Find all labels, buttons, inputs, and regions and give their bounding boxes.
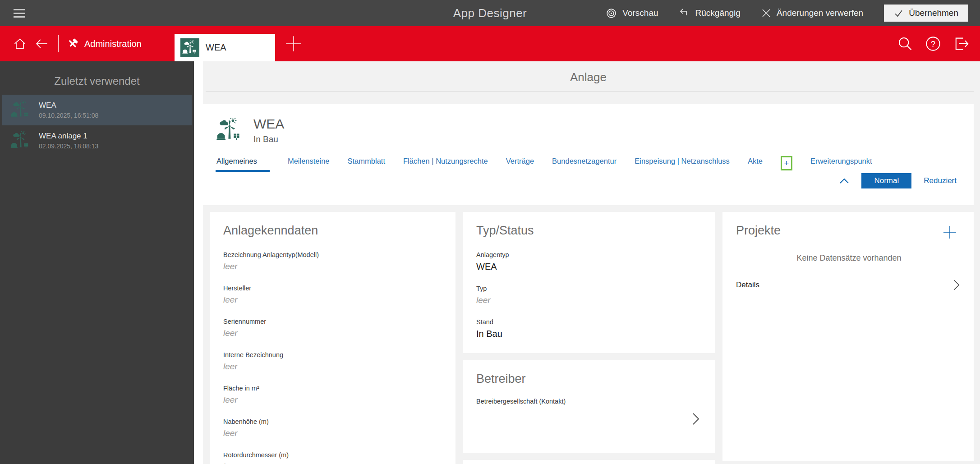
preview-icon xyxy=(606,8,617,19)
menu-icon[interactable] xyxy=(14,9,25,18)
record-header-panel: WEA In Bau Allgemeines Meilensteine Stam… xyxy=(203,104,974,205)
administration-app-button[interactable]: Administration xyxy=(67,38,142,50)
card-typ-status: Typ/Status Anlagentyp WEA Typ leer xyxy=(463,212,715,353)
recently-used-sidebar: Zuletzt verwendet WEA 09.10.2025, 16:51:… xyxy=(0,61,194,464)
field-hersteller: Hersteller leer xyxy=(223,285,444,305)
card-partial xyxy=(463,460,715,464)
tab-vertraege[interactable]: Verträge xyxy=(506,157,534,165)
title-divider xyxy=(206,91,974,92)
main-content: Anlage WEA In Bau Allgemeines Meilenstei… xyxy=(194,61,980,464)
card-projekte: Projekte Keine Datensätze vorhanden Deta… xyxy=(722,212,974,461)
page-title: Anlage xyxy=(203,70,974,84)
tab-meilensteine[interactable]: Meilensteine xyxy=(288,157,330,165)
field-seriennummer: Seriennummer leer xyxy=(223,318,444,338)
wea-renewable-icon xyxy=(180,38,199,57)
wea-renewable-icon xyxy=(10,100,31,120)
empty-state-text: Keine Datensätze vorhanden xyxy=(736,253,962,263)
app-designer-window: App Designer Vorschau Rückgängig xyxy=(0,0,980,464)
tab-einspeisung-netzanschluss[interactable]: Einspeisung | Netzanschluss xyxy=(635,157,730,165)
field-typ: Typ leer xyxy=(476,285,704,305)
record-status: In Bau xyxy=(253,134,284,144)
view-normal-button[interactable]: Normal xyxy=(861,173,911,188)
tab-erweiterungspunkt[interactable]: Erweiterungspunkt xyxy=(810,157,872,165)
tab-flaechen-nutzungsrechte[interactable]: Flächen | Nutzungsrechte xyxy=(403,157,488,165)
card-betreiber: Betreiber Betreibergesellschaft (Kontakt… xyxy=(463,360,715,453)
home-button[interactable] xyxy=(13,37,27,51)
add-project-icon[interactable] xyxy=(942,225,957,240)
tab-stammblatt[interactable]: Stammblatt xyxy=(348,157,385,165)
check-icon xyxy=(894,9,903,18)
record-title: WEA xyxy=(253,116,284,132)
wea-renewable-icon xyxy=(10,130,31,151)
logout-icon[interactable] xyxy=(953,36,969,52)
preview-button[interactable]: Vorschau xyxy=(606,8,658,19)
apply-button[interactable]: Übernehmen xyxy=(884,5,968,22)
undo-button[interactable]: Rückgängig xyxy=(679,8,741,18)
wea-renewable-icon xyxy=(216,117,243,144)
field-bezeichnung-anlagentyp: Bezeichnung Anlagentyp(Modell) leer xyxy=(223,251,444,271)
field-nabenhoehe: Nabenhöhe (m) leer xyxy=(223,418,444,438)
svg-text:?: ? xyxy=(931,40,935,49)
toolbar-actions: Vorschau Rückgängig Änderungen verwerfen xyxy=(606,5,968,22)
main-navbar: Administration WEA ? xyxy=(0,26,980,61)
dashboard-cards: Anlagekenndaten Bezeichnung Anlagentyp(M… xyxy=(210,212,974,464)
tools-icon xyxy=(67,38,78,50)
view-reduziert-button[interactable]: Reduziert xyxy=(924,176,957,185)
view-mode-row: Normal Reduziert xyxy=(216,173,965,188)
undo-icon xyxy=(679,8,690,18)
designer-toolbar: App Designer Vorschau Rückgängig xyxy=(0,0,980,26)
timestamp: 02.09.2025, 18:08:13 xyxy=(39,142,98,150)
back-button[interactable] xyxy=(34,37,49,51)
field-flaeche: Fläche in m² leer xyxy=(223,385,444,405)
card-anlagekenndaten: Anlagekenndaten Bezeichnung Anlagentyp(M… xyxy=(210,212,455,464)
tab-akte[interactable]: Akte xyxy=(748,157,763,165)
navbar-right-icons: ? xyxy=(897,36,980,52)
tab-allgemeines[interactable]: Allgemeines xyxy=(216,157,270,172)
add-section-button[interactable]: + xyxy=(781,156,792,170)
tab-bundesnetzagentur[interactable]: Bundesnetzagentur xyxy=(552,157,617,165)
discard-changes-button[interactable]: Änderungen verwerfen xyxy=(761,8,863,18)
projekte-details-button[interactable]: Details xyxy=(736,279,962,291)
field-anlagentyp: Anlagentyp WEA xyxy=(476,251,704,272)
administration-label: Administration xyxy=(84,39,142,49)
field-stand: Stand In Bau xyxy=(476,318,704,339)
field-betreibergesellschaft: Betreibergesellschaft (Kontakt) xyxy=(476,398,704,405)
chevron-up-icon[interactable] xyxy=(839,178,849,184)
timestamp: 09.10.2025, 16:51:08 xyxy=(39,112,98,119)
sidebar-item-wea[interactable]: WEA 09.10.2025, 16:51:08 xyxy=(2,95,192,125)
navbar-divider xyxy=(58,35,59,52)
chevron-right-icon xyxy=(953,279,960,291)
field-interne-bezeichnung: Interne Bezeichnung leer xyxy=(223,351,444,372)
open-record-tab-wea[interactable]: WEA xyxy=(175,34,275,61)
help-icon[interactable]: ? xyxy=(925,36,941,52)
close-icon xyxy=(761,8,771,18)
app-title: App Designer xyxy=(453,6,527,20)
search-icon[interactable] xyxy=(897,36,913,52)
record-tabs: Allgemeines Meilensteine Stammblatt Fläc… xyxy=(216,157,965,172)
field-rotordurchmesser: Rotordurchmesser (m) leer xyxy=(223,451,444,464)
add-tab-icon[interactable] xyxy=(284,34,303,53)
sidebar-title: Zuletzt verwendet xyxy=(0,75,194,87)
betreiber-open-button[interactable] xyxy=(476,412,704,426)
sidebar-item-wea-anlage-1[interactable]: WEA anlage 1 02.09.2025, 18:08:13 xyxy=(2,125,192,156)
